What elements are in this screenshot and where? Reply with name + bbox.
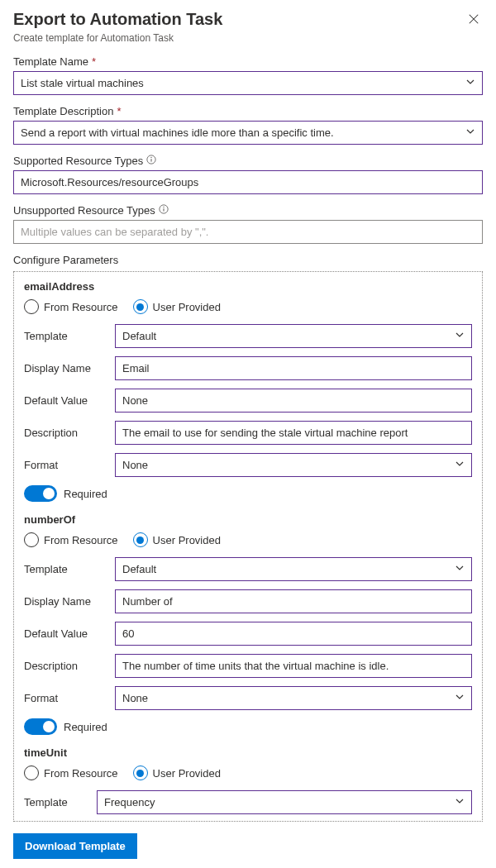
svg-point-4: [163, 207, 164, 207]
required-label: Required: [64, 721, 107, 733]
radio-from-resource[interactable]: From Resource: [24, 765, 118, 780]
supported-types-label: Supported Resource Types: [13, 155, 483, 167]
info-icon[interactable]: [146, 155, 156, 167]
required-toggle[interactable]: [24, 718, 57, 735]
param-display-name-label: Display Name: [24, 595, 108, 608]
param-format-select[interactable]: None: [115, 686, 472, 710]
param-template-label: Template: [24, 330, 108, 342]
svg-rect-5: [163, 208, 164, 211]
template-name-value: List stale virtual machines: [21, 77, 144, 89]
unsupported-types-placeholder: Multiple values can be separated by ",".: [21, 226, 208, 238]
chevron-down-icon: [455, 796, 465, 808]
radio-user-provided-label: User Provided: [153, 534, 221, 546]
param-default-value-label: Default Value: [24, 394, 108, 407]
template-name-label: Template Name *: [13, 55, 483, 68]
chevron-down-icon: [455, 459, 465, 471]
unsupported-types-input[interactable]: Multiple values can be separated by ",".: [13, 220, 483, 244]
radio-from-resource[interactable]: From Resource: [24, 532, 118, 547]
close-icon: [468, 15, 479, 27]
chevron-down-icon: [465, 77, 475, 89]
parameters-container: emailAddress From Resource User Provided…: [13, 271, 483, 822]
page-subtitle: Create template for Automation Task: [13, 32, 483, 44]
template-description-dropdown[interactable]: Send a report with virtual machines idle…: [13, 121, 483, 145]
download-template-button[interactable]: Download Template: [13, 833, 137, 859]
param-name: emailAddress: [24, 280, 472, 293]
param-template-label: Template: [24, 796, 90, 808]
close-button[interactable]: [465, 10, 483, 31]
radio-user-provided[interactable]: User Provided: [133, 532, 221, 547]
param-display-name-input[interactable]: Email: [115, 356, 472, 380]
param-description-input[interactable]: The email to use for sending the stale v…: [115, 421, 472, 445]
radio-user-provided-label: User Provided: [153, 301, 221, 313]
param-name: numberOf: [24, 513, 472, 526]
param-description-label: Description: [24, 660, 108, 672]
param-template-label: Template: [24, 563, 108, 575]
svg-rect-2: [151, 159, 152, 161]
radio-from-resource-label: From Resource: [44, 301, 118, 313]
param-display-name-label: Display Name: [24, 362, 108, 374]
radio-from-resource-label: From Resource: [44, 534, 118, 546]
param-default-value-input[interactable]: 60: [115, 622, 472, 646]
svg-point-1: [151, 157, 152, 158]
param-default-value-input[interactable]: None: [115, 389, 472, 413]
radio-user-provided-label: User Provided: [153, 767, 221, 780]
required-toggle[interactable]: [24, 485, 57, 502]
radio-user-provided[interactable]: User Provided: [133, 765, 221, 780]
template-name-dropdown[interactable]: List stale virtual machines: [13, 71, 483, 95]
radio-user-provided[interactable]: User Provided: [133, 299, 221, 314]
supported-types-value: Microsoft.Resources/resourceGroups: [21, 176, 198, 188]
chevron-down-icon: [455, 330, 465, 342]
page-title: Export to Automation Task: [13, 10, 222, 29]
param-template-select[interactable]: Default: [115, 324, 472, 348]
param-format-label: Format: [24, 459, 108, 471]
chevron-down-icon: [455, 692, 465, 704]
chevron-down-icon: [465, 126, 475, 139]
configure-parameters-label: Configure Parameters: [13, 254, 483, 266]
param-display-name-input[interactable]: Number of: [115, 589, 472, 613]
param-default-value-label: Default Value: [24, 627, 108, 640]
param-template-select[interactable]: Frequency: [97, 790, 472, 814]
info-icon[interactable]: [159, 204, 169, 217]
param-description-label: Description: [24, 427, 108, 439]
unsupported-types-label: Unsupported Resource Types: [13, 204, 483, 217]
template-description-value: Send a report with virtual machines idle…: [21, 126, 334, 139]
param-format-select[interactable]: None: [115, 453, 472, 477]
supported-types-input[interactable]: Microsoft.Resources/resourceGroups: [13, 170, 483, 194]
param-description-input[interactable]: The number of time units that the virtua…: [115, 654, 472, 678]
param-name: timeUnit: [24, 746, 472, 759]
radio-from-resource[interactable]: From Resource: [24, 299, 118, 314]
template-description-label: Template Description *: [13, 105, 483, 117]
radio-from-resource-label: From Resource: [44, 767, 118, 780]
required-label: Required: [64, 488, 107, 500]
param-format-label: Format: [24, 692, 108, 704]
param-template-select[interactable]: Default: [115, 557, 472, 581]
chevron-down-icon: [455, 563, 465, 575]
